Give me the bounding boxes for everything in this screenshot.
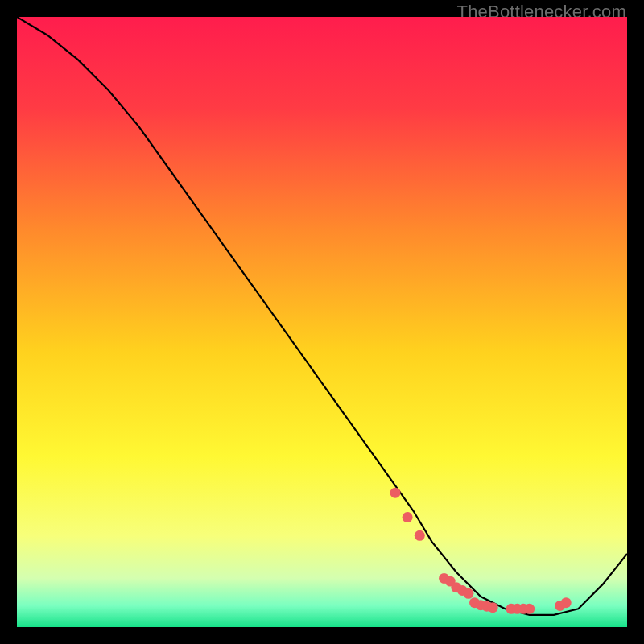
gradient-background [17, 17, 627, 627]
marker-point [488, 602, 498, 613]
marker-point [415, 530, 425, 541]
chart-frame: TheBottlenecker.com [0, 0, 644, 644]
marker-point [390, 488, 401, 498]
marker-point [402, 512, 413, 522]
chart-plot [17, 17, 627, 627]
marker-point [463, 588, 473, 599]
marker-point [524, 604, 535, 614]
marker-point [561, 597, 572, 608]
